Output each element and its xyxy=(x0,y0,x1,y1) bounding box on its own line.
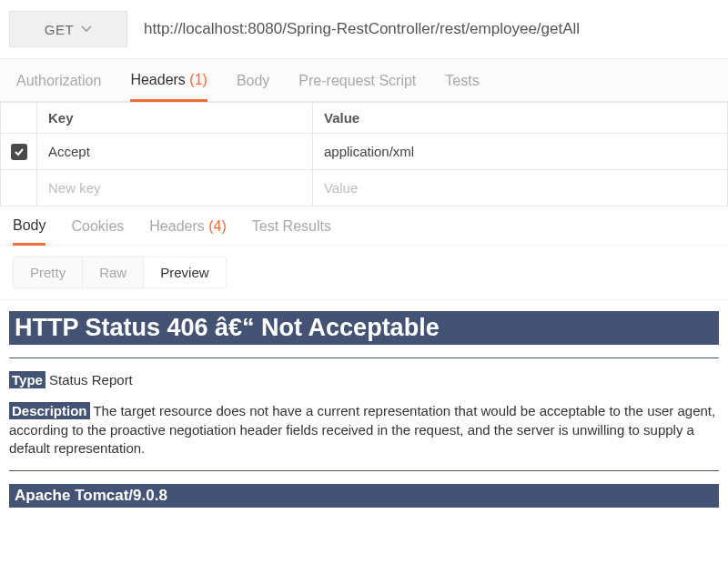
url-input[interactable] xyxy=(138,11,717,47)
resp-tab-headers-label: Headers xyxy=(149,218,204,234)
header-value-col: Value xyxy=(312,103,727,134)
view-mode-raw[interactable]: Raw xyxy=(82,257,143,288)
tab-headers-count: (1) xyxy=(189,72,207,87)
status-description-line: Description The target resource does not… xyxy=(9,402,719,458)
new-value-input[interactable]: Value xyxy=(312,170,727,206)
resp-tab-headers[interactable]: Headers (4) xyxy=(149,218,227,244)
headers-table: Key Value Accept application/xml New key… xyxy=(0,102,728,206)
divider xyxy=(9,470,719,471)
tab-tests[interactable]: Tests xyxy=(445,73,479,100)
resp-tab-headers-count: (4) xyxy=(208,218,227,234)
request-tabs: Authorization Headers (1) Body Pre-reque… xyxy=(0,58,728,102)
row-checkbox[interactable] xyxy=(11,144,27,160)
divider xyxy=(9,357,719,358)
new-key-input[interactable]: New key xyxy=(37,170,313,206)
row-key[interactable]: Accept xyxy=(37,134,313,170)
response-tabs: Body Cookies Headers (4) Test Results xyxy=(0,206,728,246)
http-method-label: GET xyxy=(45,22,74,37)
resp-tab-cookies[interactable]: Cookies xyxy=(71,218,124,244)
description-value: The target resource does not have a curr… xyxy=(9,403,715,456)
description-label: Description xyxy=(9,402,90,419)
table-row[interactable]: Accept application/xml xyxy=(1,134,728,170)
header-key-col: Key xyxy=(37,103,313,134)
server-line: Apache Tomcat/9.0.8 xyxy=(9,484,719,508)
view-mode-pretty[interactable]: Pretty xyxy=(13,257,82,288)
tab-body[interactable]: Body xyxy=(237,73,269,100)
response-preview: HTTP Status 406 â€“ Not Acceptable Type … xyxy=(0,300,728,519)
resp-tab-testresults[interactable]: Test Results xyxy=(252,218,331,244)
tab-headers[interactable]: Headers (1) xyxy=(130,72,207,102)
table-row-new[interactable]: New key Value xyxy=(1,170,728,206)
header-checkbox-col xyxy=(1,103,37,134)
tab-authorization[interactable]: Authorization xyxy=(16,73,101,100)
check-icon xyxy=(14,146,25,157)
resp-tab-body[interactable]: Body xyxy=(13,217,46,246)
type-value: Status Report xyxy=(46,372,133,388)
tab-prerequest[interactable]: Pre-request Script xyxy=(298,73,416,100)
type-label: Type xyxy=(9,371,46,388)
tab-headers-label: Headers xyxy=(130,72,185,87)
chevron-down-icon xyxy=(81,24,92,35)
status-title: HTTP Status 406 â€“ Not Acceptable xyxy=(9,311,719,345)
view-mode-preview[interactable]: Preview xyxy=(143,257,226,288)
http-method-select[interactable]: GET xyxy=(9,11,127,47)
row-value[interactable]: application/xml xyxy=(312,134,727,170)
status-type-line: Type Status Report xyxy=(9,371,719,389)
response-view-modes: Pretty Raw Preview xyxy=(0,246,728,300)
